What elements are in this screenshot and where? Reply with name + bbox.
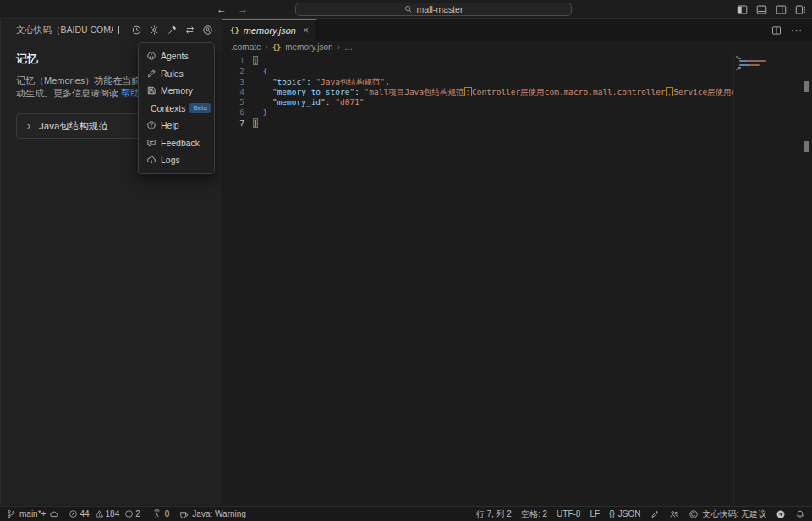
git-branch-status[interactable]: main*+ [7, 509, 59, 519]
code-line[interactable]: 5 "memory_id": "d071" [222, 97, 733, 107]
titlebar: ← → mall-master [0, 0, 812, 19]
new-chat-icon[interactable] [113, 25, 124, 36]
tab-label: memory.json [244, 25, 296, 36]
menu-item-logs[interactable]: Logs [139, 151, 214, 169]
comate-status[interactable]: 文心快码: 无建议 [689, 508, 766, 520]
code-line[interactable]: 1 [ [222, 56, 733, 66]
split-editor-icon[interactable] [771, 25, 782, 36]
accounts-icon[interactable] [669, 509, 679, 519]
minimap[interactable] [733, 53, 801, 505]
indentation-status[interactable]: 空格: 2 [521, 508, 547, 520]
minimap-line [738, 58, 741, 60]
sidebar-header: 文心快码（BAIDU COMATE） [1, 19, 222, 41]
problems-status[interactable]: 44 184 2 [69, 509, 142, 518]
forward-arrow-icon[interactable]: → [238, 3, 248, 15]
overview-ruler-mark [804, 81, 809, 92]
minimap-line [738, 67, 741, 69]
command-center-search[interactable]: mall-master [295, 3, 572, 16]
line-number: 4 [222, 87, 253, 97]
code-token: Service层使用com.macro.mall [673, 87, 733, 96]
agents-icon [146, 51, 156, 61]
code-line[interactable]: 2 { [222, 66, 733, 76]
rules-icon [146, 69, 156, 79]
close-tab-icon[interactable]: × [303, 25, 309, 36]
code-line[interactable]: 3 "topic": "Java包结构规范", [222, 77, 733, 87]
code-editor[interactable]: 1 [ 2 { 3 "topic": "Java包结构规范", 4 "memor [222, 53, 812, 505]
line-number: 5 [222, 97, 253, 107]
sidebar-title: 文心快码（BAIDU COMATE） [16, 25, 113, 36]
comate-settings-menu: Agents Rules Memory Contexts Beta Help F… [138, 42, 215, 174]
code-token: { [262, 66, 267, 75]
warning-icon [95, 509, 104, 518]
code-line[interactable]: 6 } [222, 107, 733, 118]
breadcrumb-folder[interactable]: .comate [231, 42, 261, 52]
language-mode-status[interactable]: {}JSON [609, 509, 640, 518]
feedback-icon [146, 138, 156, 148]
code-token: } [262, 107, 267, 117]
menu-item-help[interactable]: Help [139, 117, 214, 134]
minimap-line [739, 64, 760, 66]
encoding-status[interactable]: UTF-8 [557, 509, 580, 518]
customize-layout-icon[interactable] [795, 4, 806, 15]
java-cup-icon [178, 509, 189, 519]
logs-icon [146, 155, 156, 165]
memory-item-label: Java包结构规范 [39, 120, 108, 133]
language-status-pen-icon[interactable] [650, 509, 660, 519]
back-arrow-icon[interactable]: ← [217, 3, 227, 15]
line-number: 6 [222, 107, 253, 118]
breadcrumb: .comate › {} memory.json › … [222, 41, 812, 53]
code-line[interactable]: 7 ] [222, 118, 733, 129]
overview-ruler-mark [804, 141, 809, 152]
radio-tower-icon [152, 509, 162, 518]
beta-badge: Beta [189, 103, 210, 113]
account-icon[interactable] [202, 25, 213, 36]
line-number: 1 [222, 56, 253, 66]
chevron-right-icon: › [27, 120, 30, 132]
menu-item-rules[interactable]: Rules [139, 65, 214, 83]
minimap-line [736, 56, 738, 58]
line-number: 3 [222, 77, 253, 87]
code-token: [ [253, 56, 258, 65]
more-actions-icon[interactable]: ··· [791, 25, 803, 36]
breadcrumb-symbol[interactable]: … [344, 42, 353, 52]
minimap-line [739, 60, 766, 62]
switch-model-icon[interactable] [184, 25, 195, 36]
menu-item-contexts[interactable]: Contexts Beta [139, 100, 214, 118]
tools-icon[interactable] [167, 25, 178, 36]
editor-group: {} memory.json × ··· .comate › {} memory… [222, 19, 812, 505]
code-line[interactable]: 4 "memory_to_store": "mall项目Java包结构规范：Co… [222, 87, 733, 97]
unicode-highlight: ， [666, 87, 674, 96]
menu-item-agents[interactable]: Agents [139, 47, 214, 65]
toggle-secondary-sidebar-icon[interactable] [776, 4, 787, 15]
comate-quick-icon[interactable] [776, 509, 786, 519]
breadcrumb-separator-icon: › [266, 42, 268, 52]
toggle-sidebar-icon[interactable] [737, 4, 748, 15]
line-number: 2 [222, 66, 253, 76]
code-token: "d071" [335, 97, 364, 107]
error-icon [69, 509, 78, 518]
settings-gear-icon[interactable] [149, 25, 160, 36]
toggle-panel-icon[interactable] [756, 4, 767, 15]
tab-memory-json[interactable]: {} memory.json × [222, 19, 317, 41]
info-icon [124, 509, 134, 518]
cursor-position-status[interactable]: 行 7, 列 2 [476, 508, 512, 520]
notifications-bell-icon[interactable] [795, 509, 805, 519]
json-file-icon: {} [272, 43, 281, 52]
java-status[interactable]: Java: Warning [178, 509, 246, 519]
breadcrumb-file[interactable]: memory.json [285, 42, 333, 52]
ports-status[interactable]: 0 [152, 509, 170, 518]
history-icon[interactable] [131, 25, 142, 36]
line-number: 7 [222, 118, 253, 129]
code-token: "memory_id" [272, 97, 326, 107]
breadcrumb-separator-icon: › [337, 42, 340, 52]
sync-cloud-icon [49, 509, 59, 519]
comate-logo-icon [689, 509, 699, 519]
menu-item-memory[interactable]: Memory [139, 82, 214, 100]
json-file-icon: {} [230, 26, 239, 35]
menu-item-feedback[interactable]: Feedback [139, 134, 214, 152]
unicode-highlight: ： [464, 87, 473, 96]
eol-status[interactable]: LF [590, 509, 600, 518]
code-token: "topic" [272, 77, 306, 86]
code-token: "Java包结构规范" [315, 77, 385, 86]
search-icon [404, 5, 413, 14]
